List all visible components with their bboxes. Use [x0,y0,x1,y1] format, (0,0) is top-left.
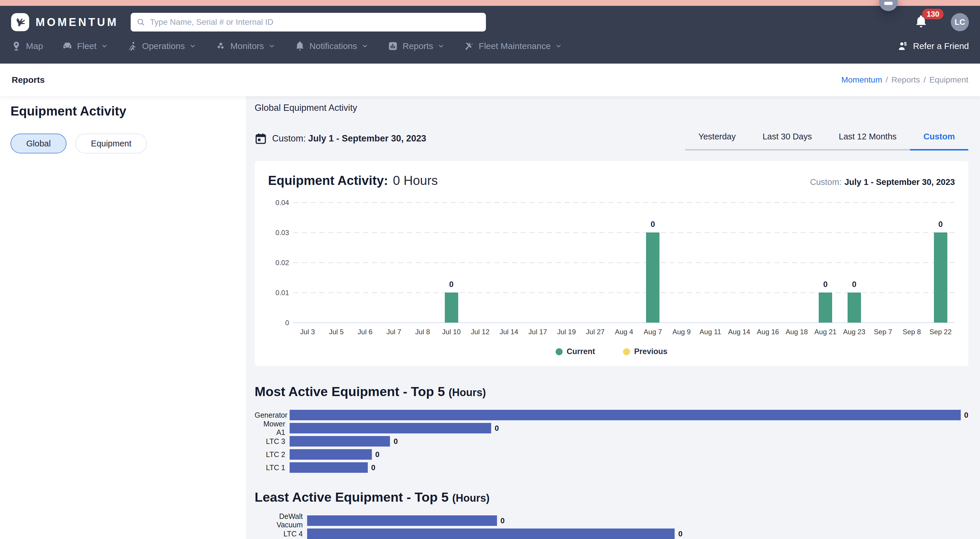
y-tick-label: 0.02 [275,259,289,267]
brand-logo[interactable]: MOMENTUM [11,13,119,31]
calendar-icon [255,132,267,145]
filter-equipment-button[interactable]: Equipment [75,134,147,153]
tab-custom[interactable]: Custom [910,132,968,151]
hours-bar[interactable] [307,515,497,526]
search-box[interactable] [130,13,486,32]
plot-area: 00000 [293,203,955,323]
gridline [293,262,955,263]
bar-group: 0 [928,220,954,323]
hours-bar[interactable] [290,436,390,447]
y-tick-label: 0.03 [275,229,289,237]
x-tick-label: Jul 27 [581,328,610,336]
legend-item-previous[interactable]: Previous [623,347,667,356]
equipment-label: LTC 1 [255,463,290,472]
bell-icon [294,41,305,51]
equipment-label: DeWalt Vacuum [255,512,307,529]
legend-label: Current [567,347,595,356]
diamonds-icon [216,41,226,51]
refer-a-friend-button[interactable]: $ Refer a Friend [897,40,969,52]
nav-item-fleet-maintenance[interactable]: Fleet Maintenance [464,41,562,51]
nav-item-label: Fleet Maintenance [479,41,550,51]
x-tick-label: Jul 3 [293,328,322,336]
x-tick-label: Aug 16 [754,328,783,336]
date-range-text: Custom:July 1 - September 30, 2023 [272,133,426,144]
hours-bar[interactable] [290,462,368,473]
hours-bar[interactable] [307,528,675,539]
navbar-actions: 130 LC [914,13,969,31]
nav-item-fleet[interactable]: Fleet [62,41,108,51]
content: Equipment Activity Global Equipment Glob… [0,96,980,539]
x-tick-label: Aug 11 [696,328,725,336]
bar-value-label: 0 [449,280,453,289]
bar-chart-icon [388,41,398,51]
nav-item-label: Fleet [77,41,97,51]
legend-dot-icon [623,348,630,355]
x-tick-label: Sep 7 [869,328,897,336]
card-header: Equipment Activity: 0 Hours Custom:July … [268,173,955,188]
least-active-chart: DeWalt Vacuum0LTC 40 [255,515,968,539]
nav-item-notifications[interactable]: Notifications [294,41,368,51]
nav-item-operations[interactable]: Operations [127,41,196,51]
current-bar[interactable] [934,232,947,323]
sidebar-title: Equipment Activity [11,104,237,118]
hours-bar[interactable] [290,449,372,460]
x-tick-label: Jul 17 [523,328,552,336]
hours-value: 0 [678,529,682,538]
range-tabs: Yesterday Last 30 Days Last 12 Months Cu… [685,132,968,151]
page-title: Reports [12,75,45,85]
main-panel: Global Equipment Activity Custom:July 1 … [246,96,980,539]
activity-bar-chart: 00.010.020.030.04 00000 [268,203,955,323]
legend-label: Previous [634,347,667,356]
current-bar[interactable] [819,293,832,323]
search-icon [137,18,145,27]
x-tick-label: Aug 7 [638,328,667,336]
x-tick-label: Jul 5 [322,328,351,336]
current-bar[interactable] [646,232,659,323]
bar-group: 0 [841,280,867,323]
tab-yesterday[interactable]: Yesterday [685,132,749,149]
y-tick-label: 0.01 [275,289,289,297]
search-input[interactable] [150,17,480,27]
y-tick-label: 0.04 [275,199,289,207]
nav-item-reports[interactable]: Reports [388,41,444,51]
equipment-label: Generator [255,411,290,420]
breadcrumb-equipment: Equipment [929,75,968,84]
gridline [293,232,955,233]
notifications-bell-button[interactable]: 130 [914,14,928,30]
notification-badge: 130 [922,9,943,19]
x-tick-label: Aug 21 [811,328,840,336]
equipment-row: Mower A10 [255,423,968,433]
equipment-row: LTC 20 [255,449,968,460]
hours-bar[interactable] [290,423,491,433]
current-bar[interactable] [445,293,458,323]
equipment-activity-card: Equipment Activity: 0 Hours Custom:July … [255,161,968,366]
breadcrumb-momentum[interactable]: Momentum [841,75,882,84]
nav-item-map[interactable]: Map [11,41,43,51]
equipment-row: LTC 40 [255,528,968,539]
user-avatar[interactable]: LC [951,13,969,31]
x-tick-label: Aug 18 [782,328,811,336]
x-tick-label: Sep 8 [897,328,926,336]
breadcrumb-reports[interactable]: Reports [891,75,920,84]
hours-value: 0 [495,424,499,433]
bar-value-label: 0 [852,280,856,289]
bar-value-label: 0 [823,280,828,289]
nav-item-label: Operations [142,41,185,51]
equipment-label: LTC 2 [255,450,290,459]
bar-group: 0 [640,220,666,323]
equipment-label: LTC 3 [255,437,290,446]
hours-bar[interactable] [290,410,961,420]
bar-track: 0 [307,515,968,526]
nav-item-monitors[interactable]: Monitors [216,41,275,51]
chevron-down-icon [189,43,196,49]
bar-track: 0 [307,528,968,539]
widget-pill-icon [884,2,893,5]
most-active-chart: Generator0Mower A10LTC 30LTC 20LTC 10 [255,410,968,473]
legend-item-current[interactable]: Current [555,347,595,356]
card-total-hours: 0 Hours [393,173,438,188]
current-bar[interactable] [848,293,861,323]
tab-last-30-days[interactable]: Last 30 Days [749,132,825,149]
filter-global-button[interactable]: Global [11,134,67,153]
tab-last-12-months[interactable]: Last 12 Months [826,132,910,149]
date-range-display[interactable]: Custom:July 1 - September 30, 2023 [255,132,426,151]
